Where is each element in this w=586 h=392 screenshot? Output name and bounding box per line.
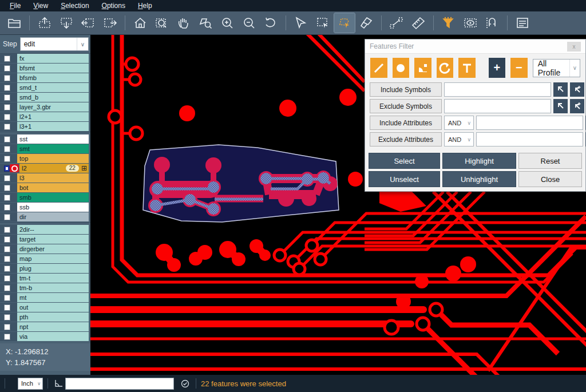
toolbar-snap-button[interactable] xyxy=(482,13,502,33)
layer-visibility-checkbox[interactable] xyxy=(4,236,10,243)
layer-name-chip[interactable]: bot xyxy=(17,183,89,192)
include-symbols-pick-add-button[interactable] xyxy=(570,82,584,97)
toolbar-zoom-out-button[interactable] xyxy=(239,13,259,33)
pad-symbol-button[interactable] xyxy=(393,58,410,78)
unit-select[interactable]: Inch ∨ xyxy=(18,378,43,390)
layer-visibility-checkbox[interactable] xyxy=(4,146,10,152)
layer-visibility-checkbox[interactable] xyxy=(4,227,10,233)
reset-button[interactable]: Reset xyxy=(518,153,582,169)
toolbar-select-pointer-button[interactable] xyxy=(291,13,311,33)
layer-visibility-checkbox[interactable] xyxy=(4,175,10,181)
layer-name-chip[interactable]: bfsmb xyxy=(17,73,89,82)
toolbar-measure-ruler-button[interactable] xyxy=(408,13,429,33)
layer-row-target[interactable]: target xyxy=(0,235,90,244)
layer-visibility-checkbox[interactable] xyxy=(4,114,10,120)
layer-name-chip[interactable]: dir xyxy=(17,212,89,221)
layer-visibility-checkbox[interactable] xyxy=(4,165,10,172)
layer-name-chip[interactable]: map xyxy=(17,254,89,263)
layer-visibility-checkbox[interactable] xyxy=(4,314,10,320)
layer-row-l3-1[interactable]: l3+1 xyxy=(0,122,90,131)
layer-name-chip[interactable]: out xyxy=(17,303,89,312)
layer-row-out[interactable]: out xyxy=(0,303,90,312)
layer-name-chip[interactable]: sst xyxy=(17,134,89,144)
layer-row-bfsmt[interactable]: bfsmt xyxy=(0,64,90,73)
dialog-title-bar[interactable]: Features Filter x xyxy=(365,39,585,54)
layer-row-layer-3-gbr[interactable]: layer_3.gbr xyxy=(0,102,90,112)
exclude-attributes-logic-dropdown[interactable]: AND∨ xyxy=(444,132,474,146)
include-symbols-button[interactable]: Include Symbols xyxy=(370,82,442,97)
select-button[interactable]: Select xyxy=(369,153,440,169)
layer-visibility-checkbox[interactable] xyxy=(4,75,10,81)
layer-visibility-checkbox[interactable] xyxy=(4,94,10,101)
layer-visibility-checkbox[interactable] xyxy=(4,156,10,162)
layer-visibility-checkbox[interactable] xyxy=(4,275,10,282)
layer-grid-icon[interactable]: ⊞ xyxy=(81,165,87,172)
layer-name-chip[interactable]: smt xyxy=(17,144,89,153)
toolbar-zoom-polygon-button[interactable] xyxy=(195,13,216,33)
layer-row-tm-t[interactable]: tm-t xyxy=(0,274,90,283)
toolbar-zoom-previous-button[interactable] xyxy=(260,13,281,33)
layer-name-chip[interactable]: fx xyxy=(17,54,89,63)
layer-row-fx[interactable]: fx xyxy=(0,54,90,63)
menu-selection[interactable]: Selection xyxy=(54,1,95,11)
step-dropdown[interactable]: edit ∨ xyxy=(20,37,89,51)
layer-name-chip[interactable]: l2+1 xyxy=(17,112,89,121)
layer-visibility-checkbox[interactable] xyxy=(4,266,10,272)
exclude-attributes-button[interactable]: Exclude Attributes xyxy=(370,132,442,146)
layer-name-chip[interactable]: 2dir-- xyxy=(17,225,89,234)
surface-symbol-button[interactable] xyxy=(414,58,431,78)
exclude-symbols-input[interactable] xyxy=(444,99,551,113)
layer-name-chip[interactable]: mt xyxy=(17,293,89,302)
exclude-symbols-button[interactable]: Exclude Symbols xyxy=(370,99,442,113)
close-button[interactable]: Close xyxy=(518,171,582,187)
toolbar-home-button[interactable] xyxy=(130,13,151,33)
layer-row-via[interactable]: via xyxy=(0,332,90,341)
layer-visibility-checkbox[interactable] xyxy=(4,136,10,142)
layer-name-chip[interactable]: ssb xyxy=(17,203,89,212)
layer-visibility-checkbox[interactable] xyxy=(4,295,10,301)
layer-row-pth[interactable]: pth xyxy=(0,312,90,322)
exclude-symbols-pick-add-button[interactable] xyxy=(570,99,584,113)
layer-visibility-checkbox[interactable] xyxy=(4,304,10,311)
toolbar-clear-brush-button[interactable] xyxy=(356,13,377,33)
layer-visibility-checkbox[interactable] xyxy=(4,185,10,191)
layer-name-chip[interactable]: npt xyxy=(17,322,89,331)
layer-row-top[interactable]: top xyxy=(0,154,90,163)
profile-dropdown[interactable]: All Profile∨ xyxy=(533,59,580,77)
layer-row-bot[interactable]: bot xyxy=(0,183,90,192)
layer-name-chip[interactable]: smb xyxy=(17,193,89,202)
layer-row-bfsmb[interactable]: bfsmb xyxy=(0,73,90,82)
add-mode-button[interactable]: + xyxy=(489,58,506,78)
toolbar-shift-left-button[interactable] xyxy=(78,13,98,33)
layer-visibility-checkbox[interactable] xyxy=(4,285,10,291)
toolbar-zoom-in-button[interactable] xyxy=(217,13,237,33)
layer-visibility-checkbox[interactable] xyxy=(4,256,10,262)
layer-visibility-checkbox[interactable] xyxy=(4,124,10,130)
layer-row-smd-b[interactable]: smd_b xyxy=(0,93,90,102)
layer-row-dir[interactable]: dir xyxy=(0,212,90,221)
toolbar-select-polygon-button[interactable] xyxy=(334,13,355,33)
toolbar-measure-line-button[interactable] xyxy=(386,13,407,33)
active-layer-indicator[interactable] xyxy=(10,164,19,172)
layer-visibility-checkbox[interactable] xyxy=(4,324,10,330)
toolbar-overlay-view-button[interactable] xyxy=(460,13,481,33)
toolbar-shift-down-button[interactable] xyxy=(56,13,77,33)
layer-visibility-checkbox[interactable] xyxy=(4,56,10,62)
layer-row-sst[interactable]: sst xyxy=(0,134,90,144)
layer-name-chip[interactable]: l222⊞ xyxy=(19,164,89,173)
toolbar-shift-up-button[interactable] xyxy=(34,13,55,33)
refresh-icon[interactable] xyxy=(179,379,191,389)
include-attributes-button[interactable]: Include Attributes xyxy=(370,116,442,130)
layer-name-chip[interactable]: target xyxy=(17,235,89,244)
toolbar-shift-right-button[interactable] xyxy=(100,13,120,33)
layer-visibility-checkbox[interactable] xyxy=(4,104,10,110)
include-attributes-input[interactable] xyxy=(476,116,583,130)
text-symbol-button[interactable] xyxy=(458,58,476,78)
unselect-button[interactable]: Unselect xyxy=(369,171,440,187)
toolbar-panel-list-button[interactable] xyxy=(512,13,533,33)
arc-symbol-button[interactable] xyxy=(437,58,454,78)
layer-row-smt[interactable]: smt xyxy=(0,144,90,153)
layer-visibility-checkbox[interactable] xyxy=(4,65,10,72)
layer-row-mt[interactable]: mt xyxy=(0,293,90,302)
exclude-attributes-input[interactable] xyxy=(476,132,583,146)
